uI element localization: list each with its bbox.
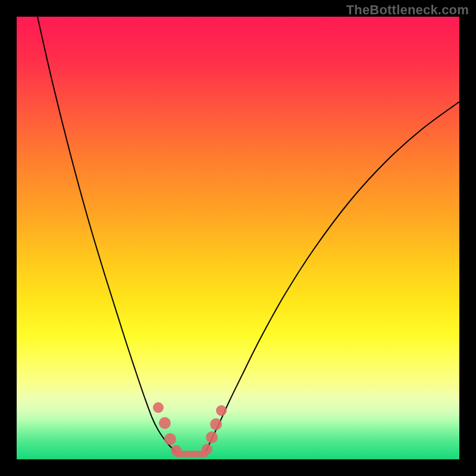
data-marker bbox=[153, 402, 164, 413]
data-marker bbox=[202, 444, 212, 455]
watermark-text: TheBottleneck.com bbox=[346, 2, 469, 18]
outer-frame: TheBottleneck.com bbox=[0, 0, 476, 476]
data-marker bbox=[171, 445, 181, 456]
data-marker bbox=[164, 433, 176, 445]
plot-area bbox=[17, 17, 459, 459]
data-marker bbox=[210, 418, 222, 430]
curve-overlay bbox=[17, 17, 459, 459]
curve-left bbox=[37, 17, 177, 454]
data-marker bbox=[206, 431, 218, 443]
data-marker bbox=[216, 405, 227, 416]
data-marker bbox=[159, 417, 171, 429]
curve-right bbox=[205, 102, 459, 454]
marker-group bbox=[153, 402, 227, 456]
